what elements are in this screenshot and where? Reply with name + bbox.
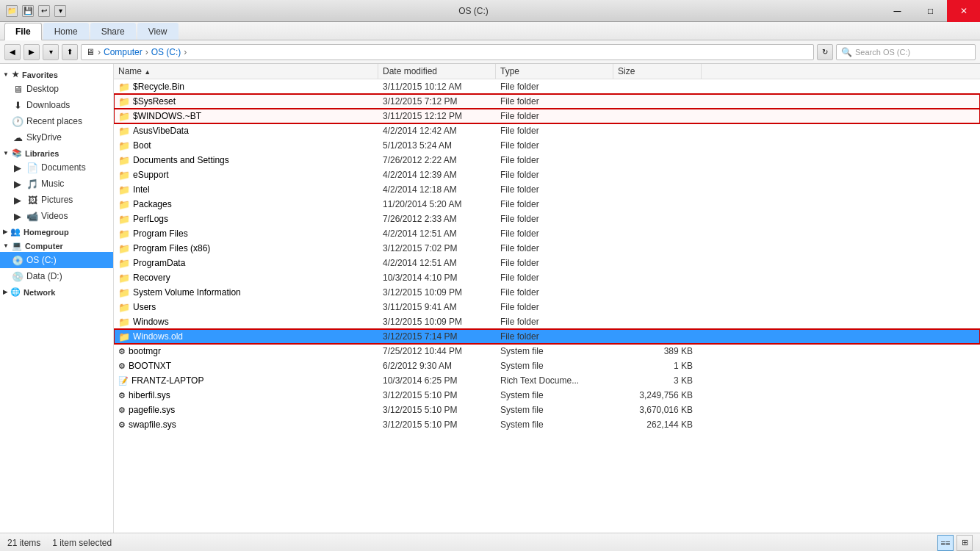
recent-icon: 🕐 xyxy=(12,116,24,127)
table-row[interactable]: ⚙ pagefile.sys 3/12/2015 5:10 PM System … xyxy=(114,403,980,417)
cell-type: File folder xyxy=(496,184,613,195)
header-name[interactable]: Name ▲ xyxy=(114,64,378,79)
tab-file[interactable]: File xyxy=(4,23,42,40)
table-row[interactable]: 📝 FRANTZ-LAPTOP 10/3/2014 6:25 PM Rich T… xyxy=(114,373,980,388)
documents-icon: ▶ xyxy=(12,162,24,173)
tab-share[interactable]: Share xyxy=(90,23,136,40)
sys-file-icon: ⚙ xyxy=(118,406,126,415)
videos-label: Videos xyxy=(41,211,68,221)
cell-size xyxy=(613,292,702,293)
header-size[interactable]: Size xyxy=(613,64,702,79)
sidebar-item-downloads[interactable]: ⬇ Downloads xyxy=(0,97,113,113)
sidebar-group-favorites[interactable]: ▼ ★ Favorites xyxy=(0,67,113,81)
table-row[interactable]: 📁 Program Files (x86) 3/12/2015 7:02 PM … xyxy=(114,241,980,256)
cell-name: 📁 PerfLogs xyxy=(114,213,378,226)
folder-icon: 📁 xyxy=(118,96,130,107)
quick-access-save[interactable]: 💾 xyxy=(22,5,34,17)
cell-date: 7/25/2012 10:44 PM xyxy=(378,345,496,357)
homegroup-label: Homegroup xyxy=(24,228,69,237)
sidebar-group-homegroup[interactable]: ▶ 👥 Homegroup xyxy=(0,224,113,238)
table-row[interactable]: ⚙ swapfile.sys 3/12/2015 5:10 PM System … xyxy=(114,417,980,432)
table-row[interactable]: ⚙ bootmgr 7/25/2012 10:44 PM System file… xyxy=(114,344,980,359)
table-row[interactable]: 📁 Program Files 4/2/2014 12:51 AM File f… xyxy=(114,226,980,241)
table-row[interactable]: 📁 $Recycle.Bin 3/11/2015 10:12 AM File f… xyxy=(114,79,980,94)
folder-icon: 📁 xyxy=(118,273,130,284)
folder-icon: 📁 xyxy=(118,302,130,313)
cell-type: File folder xyxy=(496,228,613,240)
table-row[interactable]: 📁 ProgramData 4/2/2014 12:51 AM File fol… xyxy=(114,256,980,270)
breadcrumb-osc[interactable]: OS (C:) xyxy=(151,47,181,57)
minimize-button[interactable]: ─ xyxy=(881,0,914,22)
sidebar-item-datad[interactable]: 💿 Data (D:) xyxy=(0,268,113,284)
table-row[interactable]: 📁 Documents and Settings 7/26/2012 2:22 … xyxy=(114,153,980,168)
cell-date: 4/2/2014 12:51 AM xyxy=(378,228,496,240)
network-icon: 🌐 xyxy=(10,287,21,297)
cell-date: 3/12/2015 10:09 PM xyxy=(378,287,496,298)
table-row[interactable]: 📁 Packages 11/20/2014 5:20 AM File folde… xyxy=(114,197,980,212)
cell-size xyxy=(613,248,702,249)
cell-type: File folder xyxy=(496,110,613,122)
breadcrumb[interactable]: 🖥 › Computer › OS (C:) › xyxy=(81,44,814,60)
sidebar-group-libraries[interactable]: ▼ 📚 Libraries xyxy=(0,145,113,159)
sidebar: ▼ ★ Favorites 🖥 Desktop ⬇ Downloads 🕐 Re… xyxy=(0,64,114,533)
sidebar-item-recent[interactable]: 🕐 Recent places xyxy=(0,113,113,129)
sidebar-item-music[interactable]: ▶ 🎵 Music xyxy=(0,176,113,192)
sidebar-group-computer[interactable]: ▼ 💻 Computer xyxy=(0,238,113,252)
view-large-button[interactable]: ⊞ xyxy=(956,535,973,551)
sidebar-item-pictures[interactable]: ▶ 🖼 Pictures xyxy=(0,192,113,208)
cell-name: 📁 Boot xyxy=(114,140,378,152)
header-type[interactable]: Type xyxy=(496,64,613,79)
table-row[interactable]: 📁 eSupport 4/2/2014 12:39 AM File folder xyxy=(114,168,980,182)
cell-type: File folder xyxy=(496,213,613,225)
folder-icon: 📁 xyxy=(118,228,130,240)
desktop-icon: 🖥 xyxy=(12,84,24,95)
dropdown-button[interactable]: ▾ xyxy=(43,44,59,60)
documents-folder-icon: 📄 xyxy=(26,162,38,173)
back-button[interactable]: ◀ xyxy=(4,44,21,60)
cell-type: Rich Text Docume... xyxy=(496,375,613,386)
table-row[interactable]: 📁 Recovery 10/3/2014 4:10 PM File folder xyxy=(114,270,980,285)
sidebar-item-osc[interactable]: 💿 OS (C:) xyxy=(0,252,113,268)
homegroup-icon: 👥 xyxy=(10,227,21,237)
table-row[interactable]: 📁 $WINDOWS.~BT 3/11/2015 12:12 PM File f… xyxy=(114,109,980,123)
table-row[interactable]: 📁 PerfLogs 7/26/2012 2:33 AM File folder xyxy=(114,212,980,226)
cell-size xyxy=(613,174,702,176)
table-row[interactable]: 📁 Windows.old 3/12/2015 7:14 PM File fol… xyxy=(114,329,980,344)
folder-icon: 📁 xyxy=(118,331,130,342)
close-button[interactable]: ✕ xyxy=(947,0,980,22)
sidebar-item-videos[interactable]: ▶ 📹 Videos xyxy=(0,208,113,224)
up-button[interactable]: ⬆ xyxy=(62,44,78,60)
sidebar-item-desktop[interactable]: 🖥 Desktop xyxy=(0,81,113,97)
table-row[interactable]: 📁 AsusVibeData 4/2/2014 12:42 AM File fo… xyxy=(114,123,980,138)
sidebar-group-network[interactable]: ▶ 🌐 Network xyxy=(0,284,113,298)
table-row[interactable]: 📁 Intel 4/2/2014 12:18 AM File folder xyxy=(114,182,980,197)
folder-icon: 📁 xyxy=(118,140,130,151)
table-row[interactable]: ⚙ hiberfil.sys 3/12/2015 5:10 PM System … xyxy=(114,388,980,403)
table-row[interactable]: 📁 Boot 5/1/2013 5:24 AM File folder xyxy=(114,138,980,153)
cell-name: ⚙ swapfile.sys xyxy=(114,419,378,431)
table-row[interactable]: ⚙ BOOTNXT 6/2/2012 9:30 AM System file 1… xyxy=(114,359,980,373)
quick-access-dropdown[interactable]: ▾ xyxy=(54,5,66,17)
tab-view[interactable]: View xyxy=(137,23,179,40)
title-bar-left: 📁 💾 ↩ ▾ xyxy=(6,5,66,17)
breadcrumb-computer[interactable]: Computer xyxy=(104,47,143,57)
table-row[interactable]: 📁 System Volume Information 3/12/2015 10… xyxy=(114,285,980,300)
refresh-button[interactable]: ↻ xyxy=(817,44,833,60)
rtf-file-icon: 📝 xyxy=(118,376,129,386)
quick-access-undo[interactable]: ↩ xyxy=(38,5,50,17)
table-row[interactable]: 📁 Windows 3/12/2015 10:09 PM File folder xyxy=(114,314,980,329)
search-box[interactable]: 🔍 Search OS (C:) xyxy=(836,44,976,60)
sidebar-item-skydrive[interactable]: ☁ SkyDrive xyxy=(0,129,113,145)
tab-home[interactable]: Home xyxy=(43,23,89,40)
maximize-button[interactable]: □ xyxy=(914,0,947,22)
cell-type: File folder xyxy=(496,198,613,210)
table-row[interactable]: 📁 Users 3/11/2015 9:41 AM File folder xyxy=(114,300,980,314)
forward-button[interactable]: ▶ xyxy=(24,44,40,60)
header-date[interactable]: Date modified xyxy=(378,64,496,79)
table-row[interactable]: 📁 $SysReset 3/12/2015 7:12 PM File folde… xyxy=(114,94,980,109)
view-details-button[interactable]: ≡≡ xyxy=(937,535,954,551)
cell-name: ⚙ bootmgr xyxy=(114,345,378,357)
cell-date: 3/11/2015 9:41 AM xyxy=(378,301,496,313)
sidebar-item-documents[interactable]: ▶ 📄 Documents xyxy=(0,159,113,176)
cell-type: File folder xyxy=(496,242,613,254)
